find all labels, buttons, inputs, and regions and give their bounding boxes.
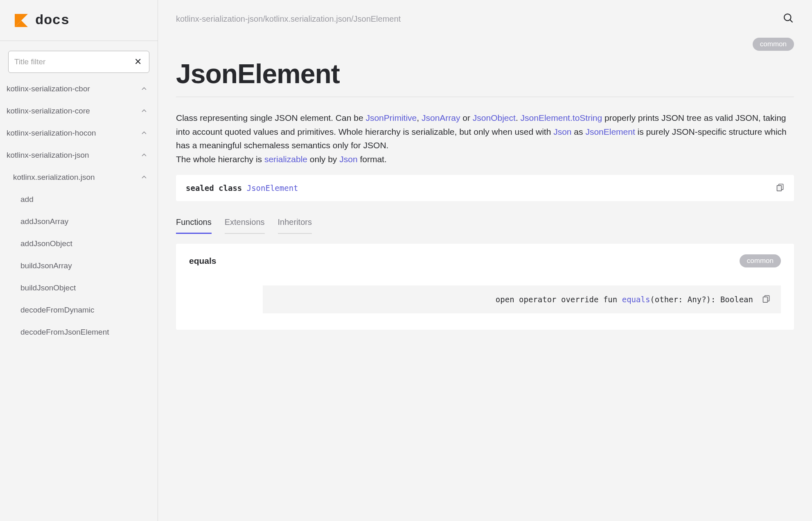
svg-rect-5 xyxy=(777,186,782,191)
nav-item-hocon[interactable]: kotlinx-serialization-hocon xyxy=(0,122,158,144)
nav-item-json-pkg[interactable]: kotlinx.serialization.json xyxy=(0,166,158,188)
tab-functions[interactable]: Functions xyxy=(176,217,212,234)
topbar: kotlinx-serialization-json/kotlinx.seria… xyxy=(158,0,812,25)
nav-item-addjsonobject[interactable]: addJsonObject xyxy=(0,233,158,255)
signature-code: open operator override fun equals(other:… xyxy=(496,295,753,304)
function-card-equals: equals common open operator override fun… xyxy=(176,244,794,330)
nav-item-addjsonarray[interactable]: addJsonArray xyxy=(0,211,158,233)
nav-label: kotlinx-serialization-hocon xyxy=(7,129,96,138)
chevron-up-icon xyxy=(141,86,147,92)
nav-label: add xyxy=(20,195,34,204)
function-header: equals common xyxy=(189,254,781,267)
docs-logo-text: docs xyxy=(35,13,70,28)
kotlin-logo-icon xyxy=(15,14,28,27)
nav-tree: kotlinx-serialization-cbor kotlinx-seria… xyxy=(0,78,158,521)
nav-label: addJsonArray xyxy=(20,217,68,226)
nav-item-core[interactable]: kotlinx-serialization-core xyxy=(0,100,158,122)
title-filter[interactable]: ✕ xyxy=(8,51,149,73)
link-tostring[interactable]: JsonElement.toString xyxy=(521,113,602,122)
link-jsonprimitive[interactable]: JsonPrimitive xyxy=(365,113,417,122)
platform-badge: common xyxy=(740,254,781,267)
filter-container: ✕ xyxy=(0,41,158,78)
nav-item-add[interactable]: add xyxy=(0,188,158,211)
chevron-up-icon xyxy=(141,152,147,158)
code-signature: sealed class JsonElement xyxy=(176,175,794,201)
breadcrumb: kotlinx-serialization-json/kotlinx.seria… xyxy=(176,14,401,24)
function-name[interactable]: equals xyxy=(189,256,217,266)
link-jsonarray[interactable]: JsonArray xyxy=(422,113,460,122)
close-icon: ✕ xyxy=(134,57,142,67)
signature-text: sealed class JsonElement xyxy=(186,183,298,193)
copy-icon[interactable] xyxy=(776,183,784,193)
nav-item-buildjsonobject[interactable]: buildJsonObject xyxy=(0,277,158,299)
nav-item-json[interactable]: kotlinx-serialization-json xyxy=(0,144,158,166)
link-json2[interactable]: Json xyxy=(339,154,357,164)
tab-extensions[interactable]: Extensions xyxy=(225,217,265,234)
nav-label: kotlinx-serialization-core xyxy=(7,106,90,116)
chevron-up-icon xyxy=(141,174,147,180)
nav-label: addJsonObject xyxy=(20,239,72,248)
badge-row: common xyxy=(176,38,794,51)
platform-badge: common xyxy=(753,38,794,51)
link-json[interactable]: Json xyxy=(553,127,571,136)
tabs: Functions Extensions Inheritors xyxy=(176,217,794,234)
description: Class representing single JSON element. … xyxy=(176,111,794,166)
nav-label: decodeFromJsonElement xyxy=(20,328,109,337)
sidebar-header: docs xyxy=(0,0,158,41)
filter-input[interactable] xyxy=(14,57,133,66)
nav-item-buildjsonarray[interactable]: buildJsonArray xyxy=(0,255,158,277)
page-title: JsonElement xyxy=(176,58,794,89)
nav-label: buildJsonObject xyxy=(20,283,76,292)
nav-label: kotlinx-serialization-cbor xyxy=(7,84,90,93)
svg-rect-7 xyxy=(763,297,768,302)
nav-item-decodefromjsonelement[interactable]: decodeFromJsonElement xyxy=(0,321,158,343)
search-icon[interactable] xyxy=(783,12,794,25)
link-jsonelement[interactable]: JsonElement xyxy=(585,127,635,136)
chevron-up-icon xyxy=(141,130,147,136)
nav-label: decodeFromDynamic xyxy=(20,306,95,315)
nav-label: kotlinx.serialization.json xyxy=(13,173,95,182)
sidebar: docs ✕ kotlinx-serialization-cbor kotlin… xyxy=(0,0,158,521)
title-section: JsonElement xyxy=(176,58,794,97)
link-jsonobject[interactable]: JsonObject xyxy=(473,113,516,122)
link-serializable[interactable]: serializable xyxy=(264,154,307,164)
nav-label: kotlinx-serialization-json xyxy=(7,151,89,160)
main-content: kotlinx-serialization-json/kotlinx.seria… xyxy=(158,0,812,521)
clear-filter-button[interactable]: ✕ xyxy=(133,55,143,69)
page-content: common JsonElement Class representing si… xyxy=(158,25,812,346)
function-signature: open operator override fun equals(other:… xyxy=(263,285,781,313)
chevron-up-icon xyxy=(141,108,147,114)
nav-item-decodefromdynamic[interactable]: decodeFromDynamic xyxy=(0,299,158,321)
copy-icon[interactable] xyxy=(762,294,770,304)
tab-inheritors[interactable]: Inheritors xyxy=(278,217,312,234)
nav-item-cbor[interactable]: kotlinx-serialization-cbor xyxy=(0,78,158,100)
svg-point-2 xyxy=(784,14,791,20)
svg-line-3 xyxy=(790,20,792,22)
nav-label: buildJsonArray xyxy=(20,261,72,270)
